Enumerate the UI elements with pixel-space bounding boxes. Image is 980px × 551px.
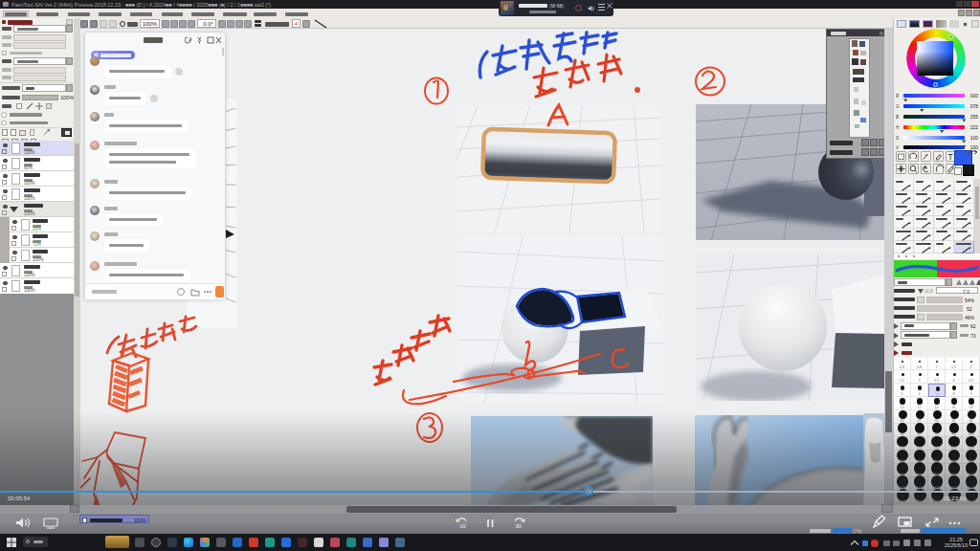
svg-text:30: 30 [515, 523, 522, 529]
svg-text:10: 10 [459, 523, 466, 529]
svg-text:T: T [948, 152, 953, 162]
